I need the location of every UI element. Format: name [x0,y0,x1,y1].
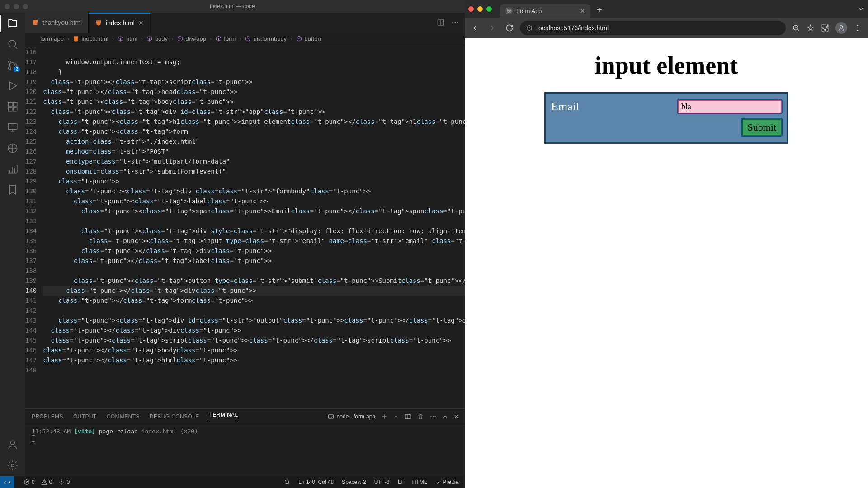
panel-tabs: PROBLEMSOUTPUTCOMMENTSDEBUG CONSOLETERMI… [25,409,465,424]
status-encoding[interactable]: UTF-8 [374,479,390,485]
status-ports[interactable]: 0 [58,479,70,485]
zoom-dot[interactable] [486,6,492,12]
run-debug-icon[interactable] [6,80,19,92]
email-input[interactable] [678,100,782,113]
chevron-down-icon[interactable] [857,5,864,13]
window-title: index.html — code [210,3,255,9]
breadcrumb-item[interactable]: form [215,35,236,42]
accounts-icon[interactable] [6,438,19,451]
remote-indicator[interactable] [0,476,14,488]
breadcrumb-item[interactable]: div.formbody [245,35,287,42]
breadcrumb-item[interactable]: index.html [73,35,108,42]
chevron-up-icon[interactable] [442,413,448,420]
close-icon[interactable]: ✕ [580,8,585,14]
email-label: Email [551,100,579,113]
split-terminal-icon[interactable] [404,413,411,420]
more-icon[interactable] [451,19,459,27]
window-controls[interactable] [5,4,28,9]
svg-point-20 [435,416,436,417]
scm-badge: 2 [14,66,20,72]
minimize-dot[interactable] [477,6,483,12]
browser-tab-title: Form App [516,8,542,14]
status-errors[interactable]: 0 [24,479,35,485]
terminal-body[interactable]: 11:52:48 AM [vite] page reload index.htm… [25,424,465,476]
status-warnings[interactable]: 0 [41,479,52,485]
browser-window: Form App ✕ + localhost:5173/index.html i… [465,0,868,488]
profile-avatar[interactable] [835,22,847,34]
close-panel-icon[interactable]: ✕ [454,413,458,420]
terminal-msg: page reload [99,428,138,435]
page-heading: input element [465,52,868,80]
bookmark-star-icon[interactable] [807,24,815,32]
bottom-panel: PROBLEMSOUTPUTCOMMENTSDEBUG CONSOLETERMI… [25,408,465,476]
new-tab-button[interactable]: + [594,5,605,15]
status-spaces[interactable]: Spaces: 2 [342,479,366,485]
tab-thankyou[interactable]: thankyou.html [25,13,89,33]
panel-tab-comments[interactable]: COMMENTS [107,413,140,420]
svg-point-23 [285,480,289,483]
status-formatter[interactable]: Prettier [435,479,460,485]
back-button[interactable] [468,21,482,35]
terminal-task-label: node - form-app [337,413,375,420]
terminal-file: index.html [142,428,177,435]
chevron-down-icon[interactable] [393,414,399,419]
more-icon[interactable] [429,413,437,420]
explorer-icon[interactable] [6,17,19,30]
window-controls[interactable] [468,6,492,12]
page-content: input element Email Submit [465,38,868,488]
extensions-icon[interactable] [6,100,19,113]
testing-icon[interactable] [6,142,19,155]
tab-index[interactable]: index.html ✕ [89,13,151,33]
close-dot[interactable] [468,6,474,12]
breadcrumb-item[interactable]: html [118,35,137,42]
breadcrumbs[interactable]: form-app›index.html›html›body›div#app›fo… [25,33,465,45]
close-icon[interactable]: ✕ [138,19,144,27]
browser-tab[interactable]: Form App ✕ [500,4,590,18]
globe-icon [505,7,513,14]
terminal-task[interactable]: node - form-app [328,413,375,420]
address-bar[interactable]: localhost:5173/index.html [520,21,786,35]
zoom-dot[interactable] [23,4,28,9]
html-file-icon [32,19,39,26]
status-magnify-icon[interactable] [284,479,290,485]
source-control-icon[interactable]: 2 [6,59,19,71]
breadcrumb-item[interactable]: body [146,35,168,42]
panel-tab-problems[interactable]: PROBLEMS [32,413,63,420]
svg-point-30 [857,30,859,31]
site-info-icon[interactable] [526,25,533,31]
remote-explorer-icon[interactable] [6,121,19,134]
reload-button[interactable] [503,21,516,35]
zoom-icon[interactable] [792,24,800,32]
search-icon[interactable] [6,38,19,51]
graph-icon[interactable] [6,163,19,175]
svg-point-1 [9,61,11,63]
symbol-icon [215,36,222,42]
breadcrumb-item[interactable]: div#app [177,35,206,42]
status-lang[interactable]: HTML [412,479,427,485]
code-editor[interactable]: 1161171181191201211221231241251261271281… [25,45,465,408]
panel-tab-terminal[interactable]: TERMINAL [209,412,238,421]
svg-point-13 [452,22,453,23]
menu-dots-icon[interactable] [854,24,862,32]
settings-gear-icon[interactable] [6,459,19,472]
status-cursor[interactable]: Ln 140, Col 48 [298,479,334,485]
split-editor-icon[interactable] [437,19,445,27]
minimize-dot[interactable] [14,4,19,9]
status-eol[interactable]: LF [398,479,404,485]
forward-button[interactable] [486,21,499,35]
new-terminal-icon[interactable] [381,413,388,420]
svg-point-28 [857,25,859,26]
extensions-puzzle-icon[interactable] [821,24,829,32]
close-dot[interactable] [5,4,10,9]
breadcrumb-item[interactable]: form-app [32,35,64,42]
symbol-icon [118,36,124,42]
terminal-time: 11:52:48 AM [32,428,71,435]
panel-tab-output[interactable]: OUTPUT [73,413,97,420]
svg-point-14 [455,22,456,23]
svg-point-19 [433,416,434,417]
panel-tab-debug-console[interactable]: DEBUG CONSOLE [150,413,199,420]
bookmark-icon[interactable] [6,183,19,196]
trash-icon[interactable] [417,413,424,420]
breadcrumb-item[interactable]: button [296,35,321,42]
submit-button[interactable]: Submit [742,119,782,136]
